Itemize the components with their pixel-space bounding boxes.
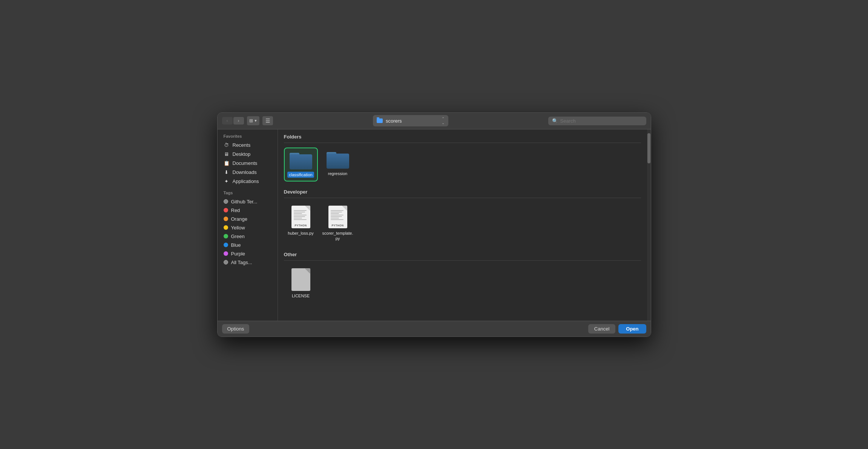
location-dropdown[interactable]: scorers ⌃⌄ [373, 115, 448, 126]
github-ter-tag [224, 199, 228, 204]
desktop-icon: 🖥 [224, 151, 230, 157]
developer-grid: PYTHON huber_loss.py [284, 203, 641, 244]
location-bar: scorers ⌃⌄ [276, 115, 545, 126]
sidebar-item-applications[interactable]: ✦ Applications [221, 177, 275, 186]
license-file-icon [291, 268, 310, 291]
tags-label: Tags [221, 191, 275, 197]
folder-icon [377, 118, 383, 123]
sidebar-item-downloads[interactable]: ⬇ Downloads [221, 168, 275, 177]
file-content: Folders classification [278, 129, 647, 321]
license-file-name: LICENSE [292, 293, 310, 298]
sidebar-item-orange[interactable]: Orange [221, 215, 275, 223]
favorites-label: Favorites [221, 134, 275, 141]
scrollbar[interactable] [647, 129, 651, 321]
sidebar-item-github-ter[interactable]: Github Ter... [221, 197, 275, 206]
sidebar-item-blue[interactable]: Blue [221, 241, 275, 249]
recents-icon: ⏱ [224, 142, 230, 148]
chevron-icon: ⌃⌄ [442, 117, 445, 125]
scrollbar-thumb[interactable] [647, 133, 650, 163]
sidebar-item-documents[interactable]: 📋 Documents [221, 159, 275, 168]
sidebar-item-red[interactable]: Red [221, 206, 275, 215]
python-file-icon: PYTHON [291, 206, 310, 228]
forward-button[interactable]: › [233, 117, 244, 125]
sidebar-item-label: Github Ter... [231, 199, 258, 205]
blue-tag [224, 243, 228, 247]
sidebar-item-label: Recents [233, 142, 251, 148]
sidebar-item-label: Green [231, 234, 245, 239]
sidebar: Favorites ⏱ Recents 🖥 Desktop 📋 Document… [218, 129, 278, 321]
sidebar-item-green[interactable]: Green [221, 232, 275, 241]
sidebar-item-recents[interactable]: ⏱ Recents [221, 141, 275, 150]
downloads-icon: ⬇ [224, 169, 230, 175]
footer: Options Cancel Open [218, 321, 651, 337]
other-section-label: Other [284, 252, 641, 261]
sidebar-item-label: Red [231, 208, 240, 213]
python-file-icon-2: PYTHON [328, 206, 347, 228]
regression-folder[interactable]: regression [321, 148, 355, 181]
orange-tag [224, 217, 228, 221]
sidebar-item-label: Blue [231, 242, 241, 248]
folder-icon-regression [327, 151, 349, 169]
sidebar-item-all-tags[interactable]: All Tags... [221, 258, 275, 267]
developer-section: Developer [284, 189, 641, 244]
search-icon: 🔍 [552, 118, 558, 124]
file-dialog: ‹ › ⊞ ▼ ☰ scorers ⌃⌄ 🔍 [217, 112, 651, 337]
sidebar-item-yellow[interactable]: Yellow [221, 223, 275, 232]
grid-view-button[interactable]: ⊞ ▼ [247, 116, 260, 125]
dropdown-arrow: ▼ [254, 119, 258, 123]
open-button[interactable]: Open [618, 324, 646, 334]
folders-section-label: Folders [284, 134, 641, 143]
all-tags-tag [224, 260, 228, 264]
regression-folder-name: regression [328, 171, 347, 176]
scorer-template-file-name: scorer_template.py [322, 231, 353, 241]
classification-folder-name: classification [287, 172, 314, 178]
sidebar-item-label: Downloads [233, 169, 257, 175]
folders-grid: classification regression [284, 148, 641, 181]
other-grid: LICENSE [284, 265, 641, 301]
red-tag [224, 208, 228, 212]
search-input[interactable] [560, 118, 643, 124]
toolbar: ‹ › ⊞ ▼ ☰ scorers ⌃⌄ 🔍 [218, 113, 651, 129]
sidebar-item-label: All Tags... [231, 260, 252, 265]
huber-loss-file[interactable]: PYTHON huber_loss.py [284, 203, 318, 244]
sidebar-item-label: Purple [231, 251, 245, 257]
license-file[interactable]: LICENSE [284, 265, 318, 301]
yellow-tag [224, 225, 228, 230]
classification-folder[interactable]: classification [284, 148, 318, 181]
huber-loss-file-name: huber_loss.py [288, 231, 314, 236]
sidebar-item-label: Applications [233, 178, 259, 184]
other-section: Other LICENSE [284, 252, 641, 301]
folders-section: Folders classification [284, 134, 641, 181]
applications-icon: ✦ [224, 178, 230, 185]
location-name: scorers [386, 118, 402, 124]
documents-icon: 📋 [224, 160, 230, 166]
purple-tag [224, 251, 228, 256]
developer-section-label: Developer [284, 189, 641, 198]
sidebar-item-label: Yellow [231, 225, 245, 231]
search-bar: 🔍 [548, 117, 646, 125]
sidebar-item-desktop[interactable]: 🖥 Desktop [221, 150, 275, 159]
main-area: Favorites ⏱ Recents 🖥 Desktop 📋 Document… [218, 129, 651, 321]
cancel-button[interactable]: Cancel [588, 324, 615, 334]
sidebar-item-label: Desktop [233, 151, 251, 157]
scorer-template-file[interactable]: PYTHON scorer_template.py [321, 203, 355, 244]
grid-icon: ⊞ [249, 118, 253, 123]
nav-buttons: ‹ › [222, 117, 244, 125]
sidebar-item-label: Documents [233, 160, 258, 166]
footer-actions: Cancel Open [588, 324, 646, 334]
sidebar-item-purple[interactable]: Purple [221, 249, 275, 258]
green-tag [224, 234, 228, 238]
options-button[interactable]: Options [222, 324, 250, 334]
list-view-button[interactable]: ☰ [262, 116, 273, 125]
folder-icon-classification [290, 151, 312, 169]
list-icon: ☰ [265, 118, 270, 124]
back-button[interactable]: ‹ [222, 117, 233, 125]
sidebar-item-label: Orange [231, 216, 247, 222]
